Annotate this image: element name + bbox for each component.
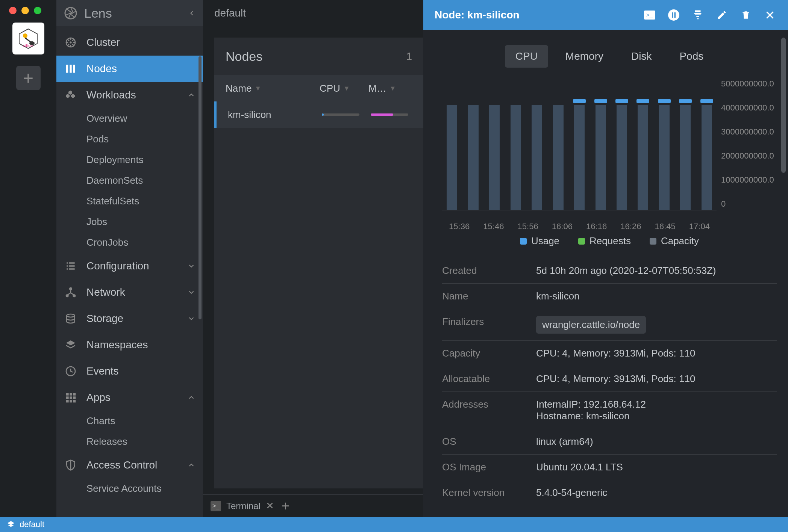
usage-marker [700, 99, 713, 103]
shell-icon[interactable]: >_ [643, 8, 656, 22]
sidebar-subitem-charts[interactable]: Charts [56, 411, 203, 431]
capacity-bar [511, 105, 521, 210]
sidebar-header: Lens [56, 0, 203, 26]
sidebar-subitem-overview[interactable]: Overview [56, 108, 203, 129]
table-row[interactable]: km-silicon [214, 101, 423, 128]
minimize-window-icon[interactable] [21, 7, 29, 14]
add-terminal-button[interactable]: + [282, 498, 289, 514]
cluster-rail: Silicon + [0, 0, 56, 517]
capacity-bar [659, 105, 670, 210]
sidebar-item-access-control[interactable]: Access Control [56, 452, 203, 478]
sidebar-item-apps[interactable]: Apps [56, 384, 203, 411]
ytick: 5000000000.0 [721, 79, 777, 89]
nodes-panel: Nodes 1 Name▼ CPU▼ M…▼ km-silicon [214, 38, 423, 488]
tab-memory[interactable]: Memory [555, 45, 614, 68]
svg-rect-7 [66, 65, 68, 73]
close-window-icon[interactable] [9, 7, 17, 14]
xtick: 15:36 [442, 222, 476, 231]
drain-icon[interactable] [691, 8, 705, 22]
sidebar-item-namespaces[interactable]: Namespaces [56, 332, 203, 358]
sidebar-scrollbar[interactable] [199, 41, 202, 455]
svg-rect-18 [66, 396, 69, 399]
sidebar-item-configuration[interactable]: Configuration [56, 253, 203, 279]
sidebar-item-network[interactable]: Network [56, 279, 203, 305]
sidebar-item-cluster[interactable]: Cluster [56, 29, 203, 56]
sidebar-item-events[interactable]: Events [56, 358, 203, 384]
tab-pods[interactable]: Pods [669, 45, 714, 68]
detail-scrollbar[interactable] [781, 38, 786, 173]
app-title: Lens [84, 6, 188, 21]
chart-bar-group [570, 79, 589, 210]
ytick: 3000000000.0 [721, 127, 777, 137]
sidebar-subitem-deployments[interactable]: Deployments [56, 150, 203, 170]
capacity-bar [702, 105, 712, 210]
sidebar-item-workloads[interactable]: Workloads [56, 82, 203, 108]
col-mem[interactable]: M…▼ [368, 83, 406, 94]
detail-title-prefix: Node: [435, 9, 467, 21]
mem-sparkbar [371, 113, 408, 116]
tab-disk[interactable]: Disk [621, 45, 662, 68]
chevron-left-icon[interactable] [188, 9, 195, 17]
info-value: 5d 10h 20m ago (2020-12-07T05:50:53Z) [536, 265, 777, 277]
row-name: km-silicon [228, 109, 322, 121]
cluster-avatar[interactable]: Silicon [12, 23, 44, 54]
sidebar-item-label: Storage [86, 313, 123, 325]
legend-item-capacity: Capacity [650, 235, 699, 247]
close-terminal-icon[interactable]: ✕ [266, 500, 274, 512]
edit-icon[interactable] [715, 8, 729, 22]
chevron-up-icon [187, 91, 195, 99]
close-detail-icon[interactable] [763, 8, 777, 22]
sidebar-subitem-jobs[interactable]: Jobs [56, 212, 203, 232]
sidebar-item-label: Nodes [86, 63, 117, 75]
status-bar-context[interactable]: default [20, 520, 44, 529]
svg-rect-16 [70, 393, 72, 396]
chart-bar-group [527, 79, 547, 210]
hex-logo-icon: Silicon [17, 27, 39, 50]
layers-icon [64, 338, 77, 352]
sidebar-item-nodes[interactable]: Nodes [56, 56, 203, 82]
legend-swatch [650, 238, 656, 245]
sidebar-subitem-cronjobs[interactable]: CronJobs [56, 232, 203, 253]
xtick: 16:26 [614, 222, 648, 231]
sidebar: Lens ClusterNodesWorkloadsOverviewPodsDe… [56, 0, 203, 517]
tab-cpu[interactable]: CPU [505, 45, 548, 68]
sidebar-item-label: Namespaces [86, 339, 148, 351]
capacity-bar [553, 105, 564, 210]
detail-tabs: CPUMemoryDiskPods [442, 45, 777, 68]
col-cpu[interactable]: CPU▼ [320, 83, 368, 94]
xtick: 15:56 [511, 222, 545, 231]
clock-icon [64, 364, 77, 378]
add-cluster-button[interactable]: + [16, 66, 41, 90]
list-icon [64, 259, 77, 273]
sidebar-subitem-statefulsets[interactable]: StatefulSets [56, 191, 203, 212]
capacity-bar [680, 105, 691, 210]
chart-legend: UsageRequestsCapacity [442, 235, 777, 247]
sidebar-subitem-daemonsets[interactable]: DaemonSets [56, 170, 203, 191]
sidebar-item-storage[interactable]: Storage [56, 305, 203, 332]
info-row-capacity: CapacityCPU: 4, Memory: 3913Mi, Pods: 11… [442, 340, 777, 366]
sidebar-subitem-releases[interactable]: Releases [56, 431, 203, 452]
info-row-finalizers: Finalizerswrangler.cattle.io/node [442, 309, 777, 340]
delete-icon[interactable] [739, 8, 753, 22]
usage-marker [636, 99, 649, 103]
sidebar-subitem-pods[interactable]: Pods [56, 129, 203, 150]
aperture-icon [64, 6, 77, 20]
info-value: linux (arm64) [536, 436, 777, 447]
pause-icon[interactable] [667, 8, 680, 22]
sidebar-subitem-service-accounts[interactable]: Service Accounts [56, 478, 203, 499]
svg-rect-21 [66, 400, 69, 403]
sort-caret-icon: ▼ [389, 85, 396, 92]
sort-caret-icon: ▼ [255, 85, 261, 92]
maximize-window-icon[interactable] [34, 7, 41, 14]
window-traffic-lights[interactable] [9, 7, 41, 14]
col-name[interactable]: Name▼ [226, 83, 320, 94]
capacity-bar [468, 105, 479, 210]
svg-rect-23 [73, 400, 76, 403]
info-label: Created [442, 265, 536, 277]
capacity-bar [489, 105, 500, 210]
panel-title: Nodes [226, 49, 262, 64]
info-row-allocatable: AllocatableCPU: 4, Memory: 3913Mi, Pods:… [442, 366, 777, 391]
legend-swatch [578, 238, 585, 245]
terminal-dock: >_ Terminal ✕ + [203, 494, 423, 517]
terminal-tab[interactable]: >_ Terminal ✕ [211, 500, 274, 512]
